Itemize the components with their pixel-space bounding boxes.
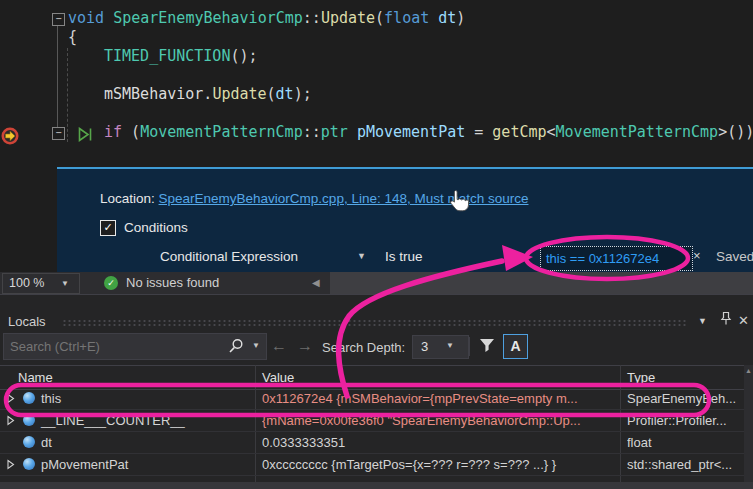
locals-row[interactable]: pMovementPat0xcccccccc {mTargetPos={x=??… [0, 454, 744, 476]
locals-row[interactable]: dt0.0333333351float [0, 432, 744, 454]
expand-arrow-icon[interactable] [7, 415, 15, 426]
locals-panel: Locals ▼ ✕ ▼ ← → Search Depth: 3 ▼ A Nam… [0, 294, 753, 489]
code-line: { [0, 28, 753, 47]
breakpoint-location: Location: SpearEnemyBehaviorCmp.cpp, Lin… [100, 191, 528, 206]
toolbar-divider [469, 337, 470, 356]
chevron-down-icon[interactable]: ▼ [357, 251, 366, 261]
variable-type: SpearEnemyBeh... [627, 391, 741, 406]
breakpoint-settings-window: Location: SpearEnemyBehaviorCmp.cpp, Lin… [57, 167, 753, 274]
variable-name: dt [41, 435, 52, 450]
vs-debugger-screen: void SpearEnemyBehaviorCmp::Update(float… [0, 0, 753, 489]
scroll-left-icon[interactable]: ◀ [312, 277, 320, 288]
variable-icon [23, 414, 35, 426]
filter-icon[interactable] [479, 338, 495, 353]
locals-horizontal-scrollbar[interactable] [0, 482, 753, 489]
variable-name: pMovementPat [41, 457, 128, 472]
column-header-name[interactable]: Name [18, 370, 53, 385]
variable-icon [23, 436, 35, 448]
location-label: Location: [100, 191, 159, 206]
code-structure-guide [57, 25, 58, 127]
variable-value[interactable]: 0x112672e4 {mSMBehavior={mpPrevState=emp… [262, 391, 614, 406]
search-box: ▼ [3, 333, 267, 360]
variable-value[interactable]: {mName=0x00fe36f0 "SpearEnemyBehaviorCmp… [262, 413, 614, 428]
search-depth-dropdown[interactable]: 3 [412, 335, 469, 359]
match-case-button[interactable]: A [503, 334, 528, 359]
column-header-value[interactable]: Value [262, 370, 294, 385]
zoom-level-dropdown[interactable]: 100 %▼ [2, 273, 80, 294]
search-depth-label: Search Depth: [322, 340, 405, 355]
locals-vertical-scrollbar[interactable]: ▲ [744, 365, 753, 482]
location-link[interactable]: SpearEnemyBehaviorCmp.cpp, Line: 148, Mu… [159, 191, 529, 206]
variable-name: this [41, 391, 61, 406]
saved-status: Saved [716, 249, 753, 264]
panel-title: Locals [8, 314, 46, 329]
code-line: TIMED_FUNCTION(); [0, 47, 753, 66]
variable-type: std::shared_ptr<... [627, 457, 741, 472]
conditions-label: Conditions [124, 220, 188, 235]
window-menu-icon[interactable]: ▼ [698, 316, 707, 326]
pin-icon[interactable] [719, 311, 733, 326]
condition-operator-dropdown[interactable]: Is true [385, 249, 423, 264]
grid-header: Name Value Type [0, 365, 753, 390]
variable-value[interactable]: 0.0333333351 [262, 435, 614, 450]
code-line [0, 104, 753, 123]
editor-status-bar: 100 %▼ ✓ No issues found ◀ [0, 272, 753, 294]
fold-collapse-icon[interactable]: − [52, 13, 65, 26]
locals-rows: this0x112672e4 {mSMBehavior={mpPrevState… [0, 388, 744, 476]
variable-value[interactable]: 0xcccccccc {mTargetPos={x=??? r=??? s=??… [262, 457, 614, 472]
fold-collapse-icon[interactable]: − [52, 127, 65, 140]
variable-icon [23, 458, 35, 470]
variable-type: Profiler::Profiler... [627, 413, 741, 428]
code-line: mSMBehavior.Update(dt); [0, 85, 753, 104]
close-icon[interactable]: ✕ [738, 313, 749, 328]
locals-row[interactable]: __LINE___COUNTER__{mName=0x00fe36f0 "Spe… [0, 410, 744, 432]
expand-arrow-icon[interactable] [7, 393, 15, 404]
health-status: No issues found [126, 275, 219, 290]
expand-arrow-icon[interactable] [7, 459, 15, 470]
variable-name: __LINE___COUNTER__ [41, 413, 185, 428]
chevron-down-icon: ▼ [61, 274, 69, 293]
search-back-icon[interactable]: ← [271, 337, 287, 355]
condition-expression-input[interactable]: this == 0x112672e4 [540, 246, 693, 271]
chevron-down-icon[interactable]: ▼ [446, 335, 454, 357]
health-check-icon: ✓ [104, 276, 118, 290]
search-forward-icon[interactable]: → [297, 337, 313, 355]
code-line: if (MovementPatternCmp::ptr pMovementPat… [0, 123, 753, 142]
code-line [0, 66, 753, 85]
code-editor[interactable]: void SpearEnemyBehaviorCmp::Update(float… [0, 9, 753, 142]
editor-horizontal-scrollbar[interactable] [330, 272, 753, 294]
clear-condition-icon[interactable]: × [693, 248, 701, 263]
variable-icon [23, 392, 35, 404]
chevron-down-icon[interactable]: ▼ [252, 341, 260, 350]
conditions-checkbox[interactable]: ✓ [100, 220, 116, 236]
indent-guide [67, 48, 68, 142]
locals-row[interactable]: this0x112672e4 {mSMBehavior={mpPrevState… [0, 388, 744, 410]
search-icon[interactable] [228, 338, 244, 355]
scroll-up-icon[interactable]: ▲ [744, 367, 753, 374]
breakpoint-current-line-icon[interactable] [1, 127, 19, 145]
run-to-click-icon[interactable] [78, 127, 94, 142]
drag-handle[interactable] [62, 319, 687, 327]
condition-type-dropdown[interactable]: Conditional Expression [160, 249, 298, 264]
column-header-type[interactable]: Type [627, 370, 655, 385]
search-input[interactable] [8, 335, 212, 358]
variable-type: float [627, 435, 741, 450]
zoom-level: 100 % [9, 276, 44, 290]
code-line: void SpearEnemyBehaviorCmp::Update(float… [0, 9, 753, 28]
